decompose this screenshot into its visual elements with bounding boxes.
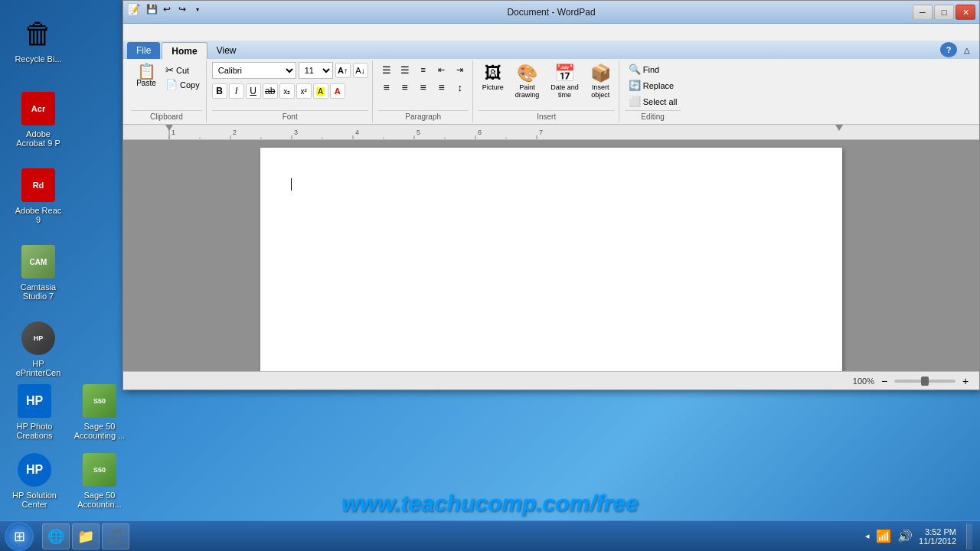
desktop-icon-adobe-reader[interactable]: Rd Adobe Reac9 [8,163,69,228]
document-area[interactable] [123,140,979,371]
justify-button[interactable]: ≡ [433,80,450,95]
desktop-icon-sage-1[interactable]: S50 Sage 50Accounting ... [69,379,130,444]
zoom-slider[interactable] [894,380,956,383]
indent-inc-button[interactable]: ⇥ [452,62,469,77]
italic-button[interactable]: I [229,83,244,99]
wordpad-window: 📝 💾 ↩ ↪ ▾ Document - WordPad ─ □ ✕ File … [122,0,980,390]
tab-file[interactable]: File [127,42,160,59]
desktop-icon-sage-2[interactable]: S50 Sage 50Accountin... [69,448,130,513]
datetime-button[interactable]: 📅 Date andtime [547,62,583,100]
editing-group: 🔍 Find 🔄 Replace ⬜ Select all Editing [621,60,685,122]
font-shrink-button[interactable]: A↓ [353,63,368,78]
zoom-plus-button[interactable]: + [959,375,972,387]
desktop-icon-adobe-acrobat[interactable]: Acr AdobeAcrobat 9 P [8,86,69,152]
desktop-icon-hp-photo[interactable]: HP HP PhotoCreations [4,379,65,444]
paragraph-group: ☰ ☰ ≡ ⇤ ⇥ ≡ ≡ ≡ ≡ ↕ Paragraph [374,60,473,122]
wordpad-icon: 📝 [127,3,140,15]
replace-button[interactable]: 🔄 Replace [625,78,681,93]
align-left-button[interactable]: ≡ [378,80,395,95]
numbering-button[interactable]: ☰ [397,62,413,77]
tab-view[interactable]: View [207,42,246,59]
recycle-bin-icon: 🗑 [20,15,57,52]
zoom-thumb[interactable] [921,377,929,386]
align-right-button[interactable]: ≡ [415,80,432,95]
font-label: Font [212,110,368,121]
taskbar-media-icon[interactable]: 🎵 [102,523,129,549]
insert-object-button[interactable]: 📦 Insertobject [586,62,615,100]
zoom-control: 100% − + [853,375,972,387]
subscript-button[interactable]: x₂ [279,83,295,99]
taskbar-ie-icon[interactable]: 🌐 [42,523,70,549]
hp-photo-icon: HP [16,383,53,419]
maximize-button[interactable]: □ [934,5,954,20]
list-button[interactable]: ≡ [415,62,432,77]
clipboard-group: 📋 Paste ✂ Cut 📄 Copy Clipboard [127,60,207,122]
document-page[interactable] [260,148,842,371]
indent-dec-button[interactable]: ⇤ [433,62,450,77]
hp-solution-icon: HP [16,452,53,488]
strikethrough-button[interactable]: ab [263,83,278,99]
bold-button[interactable]: B [212,83,227,99]
redo-quick-btn[interactable]: ↪ [175,2,189,16]
network-icon[interactable]: 📶 [876,529,891,543]
insert-label: Insert [479,110,615,121]
hp-photo-label: HP PhotoCreations [16,422,52,440]
bullets-button[interactable]: ☰ [378,62,395,77]
font-size-select[interactable]: 11 [299,62,333,79]
tray-arrow[interactable]: ◂ [865,531,870,541]
highlight-button[interactable]: A [313,83,328,99]
close-button[interactable]: ✕ [956,5,975,20]
font-color-button[interactable]: A [330,83,345,99]
cut-button[interactable]: ✂ Cut [163,64,202,77]
zoom-minus-button[interactable]: − [878,375,890,387]
font-format-row: B I U ab x₂ x² A A [212,83,368,99]
desktop-bottom-icons: HP HP PhotoCreations S50 Sage 50Accounti… [0,375,176,517]
select-all-button[interactable]: ⬜ Select all [625,94,681,109]
font-group: Calibri 11 A↑ A↓ B I U ab x₂ x² A [208,60,373,122]
camtasia-icon: CAM [20,243,57,280]
hp-solution-label: HP SolutionCenter [12,491,57,509]
clock-time: 3:52 PM [919,527,956,536]
font-grow-button[interactable]: A↑ [335,63,351,78]
paint-button[interactable]: 🎨 Paintdrawing [511,62,544,100]
taskbar-items: 🌐 📁 🎵 [38,523,858,549]
desktop-icon-recycle-bin[interactable]: 🗑 Recycle Bi... [8,11,69,67]
taskbar-folder-icon[interactable]: 📁 [72,523,100,549]
help-button[interactable]: ? [940,42,957,57]
underline-button[interactable]: U [246,83,261,99]
undo-quick-btn[interactable]: ↩ [160,2,174,16]
line-spacing-button[interactable]: ↕ [452,80,469,95]
sage-2-label: Sage 50Accountin... [77,491,121,509]
adobe-acrobat-label: AdobeAcrobat 9 P [16,129,60,148]
save-quick-btn[interactable]: 💾 [145,2,158,16]
sound-icon[interactable]: 🔊 [897,529,913,543]
picture-button[interactable]: 🖼 Picture [479,62,508,93]
find-button[interactable]: 🔍 Find [625,62,681,77]
svg-text:3: 3 [294,129,298,136]
taskbar-clock[interactable]: 3:52 PM 11/1/2012 [919,527,956,546]
align-center-button[interactable]: ≡ [397,80,413,95]
desktop-icon-hp-solution[interactable]: HP HP SolutionCenter [4,448,65,513]
desktop-icon-hp-eprinter[interactable]: HP HPePrinterCen [8,316,69,381]
font-name-select[interactable]: Calibri [212,62,296,79]
copy-button[interactable]: 📄 Copy [163,78,202,91]
quick-access-dropdown[interactable]: ▾ [191,2,204,16]
recycle-bin-label: Recycle Bi... [15,54,61,64]
paste-label: Paste [136,79,156,87]
svg-rect-0 [123,125,979,139]
picture-btn-group: 🖼 Picture [479,62,508,93]
tab-home[interactable]: Home [162,42,207,59]
ribbon-collapse-btn[interactable]: △ [959,42,975,57]
title-bar: 📝 💾 ↩ ↪ ▾ Document - WordPad ─ □ ✕ [123,1,979,24]
sage-1-icon: S50 [81,383,118,419]
paragraph-label: Paragraph [378,110,469,121]
superscript-button[interactable]: x² [296,83,312,99]
minimize-button[interactable]: ─ [913,5,933,20]
paste-button[interactable]: 📋 Paste [131,62,162,89]
desktop-icon-camtasia[interactable]: CAM CamtasiaStudio 7 [8,240,69,305]
zoom-percent: 100% [853,377,874,386]
show-desktop-btn[interactable] [966,523,972,549]
svg-text:5: 5 [416,129,420,136]
taskbar-tray: ◂ 📶 🔊 3:52 PM 11/1/2012 [858,523,980,549]
start-button[interactable]: ⊞ [0,521,38,552]
